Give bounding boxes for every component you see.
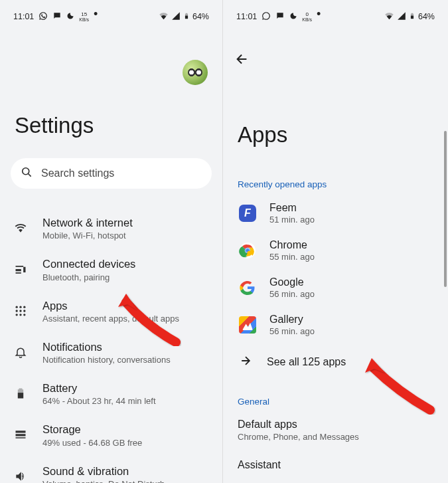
net-speed-label: 0 KB/s: [302, 12, 312, 22]
devices-icon: [12, 262, 29, 276]
app-time: 56 min. ago: [269, 326, 315, 336]
setting-title: Storage: [42, 422, 142, 436]
setting-subtitle: 64% - About 23 hr, 44 min left: [42, 396, 156, 406]
moon-icon: [66, 12, 74, 22]
chrome-app-icon: [238, 241, 258, 260]
section-recently-opened: Recently opened apps: [223, 147, 448, 195]
arrow-right-icon: [239, 354, 252, 370]
wifi-icon: [159, 11, 169, 23]
setting-item-sound[interactable]: Sound & vibration Volume, haptics, Do No…: [0, 456, 222, 483]
battery-percent: 64%: [192, 12, 209, 21]
setting-item-notifications[interactable]: Notifications Notification history, conv…: [0, 332, 222, 373]
settings-list: Network & internet Mobile, Wi-Fi, hotspo…: [0, 201, 222, 483]
moon-icon: [289, 12, 297, 22]
net-speed-label: 15 KB/s: [79, 12, 89, 22]
wifi-icon: [12, 221, 29, 235]
feem-app-icon: F: [238, 203, 258, 223]
page-title: Apps: [223, 68, 448, 147]
bell-icon: [12, 345, 29, 359]
setting-subtitle: Notification history, conversations: [42, 355, 171, 365]
app-name: Gallery: [269, 314, 315, 326]
setting-subtitle: 49% used - 64.68 GB free: [42, 438, 142, 448]
section-general: General: [223, 381, 448, 412]
svg-point-4: [16, 310, 18, 312]
app-item-gallery[interactable]: Gallery 56 min. ago: [223, 306, 448, 343]
scrollbar-indicator[interactable]: [444, 131, 447, 287]
status-right: 64%: [159, 11, 209, 23]
app-time: 51 min. ago: [269, 215, 315, 225]
app-name: Feem: [269, 202, 315, 214]
app-name: Google: [269, 276, 315, 288]
app-item-feem[interactable]: F Feem 51 min. ago: [223, 195, 448, 232]
setting-title: Battery: [42, 381, 156, 395]
google-app-icon: [238, 278, 258, 298]
battery-percent: 64%: [418, 12, 435, 21]
setting-item-network[interactable]: Network & internet Mobile, Wi-Fi, hotspo…: [0, 207, 222, 248]
general-subtitle: Chrome, Phone, and Messages: [238, 432, 448, 442]
setting-item-connected-devices[interactable]: Connected devices Bluetooth, pairing: [0, 248, 222, 290]
setting-title: Apps: [42, 298, 179, 313]
setting-subtitle: Mobile, Wi-Fi, hotspot: [42, 231, 133, 241]
setting-title: Notifications: [42, 339, 171, 354]
svg-point-6: [23, 310, 25, 312]
setting-subtitle: Assistant, recent apps, default apps: [42, 314, 179, 324]
status-right: 64%: [384, 11, 435, 23]
storage-icon: [12, 428, 29, 441]
setting-title: Sound & vibration: [42, 464, 165, 478]
app-time: 55 min. ago: [269, 252, 315, 262]
signal-icon: [171, 11, 181, 23]
whatsapp-icon: [261, 11, 271, 23]
general-title: Default apps: [238, 419, 448, 431]
search-icon: [20, 165, 33, 181]
wifi-icon: [384, 11, 394, 23]
setting-title: Connected devices: [42, 256, 135, 271]
svg-point-5: [19, 310, 21, 312]
see-all-apps-button[interactable]: See all 125 apps: [223, 343, 448, 381]
svg-point-0: [23, 168, 29, 175]
status-bar: 11:01 15 KB/s •: [0, 7, 222, 27]
svg-point-7: [16, 314, 18, 316]
setting-item-battery[interactable]: Battery 64% - About 23 hr, 44 min left: [0, 373, 222, 414]
message-icon: [52, 11, 62, 23]
battery-icon: [12, 387, 29, 400]
recent-apps-list: F Feem 51 min. ago Chrome 55 min. ago Go…: [223, 195, 448, 381]
svg-point-9: [23, 314, 25, 316]
setting-item-storage[interactable]: Storage 49% used - 64.68 GB free: [0, 414, 222, 455]
svg-point-8: [19, 314, 21, 316]
back-button[interactable]: [235, 52, 251, 68]
search-settings-input[interactable]: Search settings: [11, 158, 212, 189]
svg-point-1: [16, 306, 18, 308]
app-name: Chrome: [269, 239, 315, 251]
message-icon: [275, 11, 285, 23]
status-bar: 11:01 0 KB/s •: [223, 7, 448, 27]
battery-icon: [183, 11, 190, 23]
svg-point-2: [19, 306, 21, 308]
general-item-assistant[interactable]: Assistant: [223, 447, 448, 476]
setting-subtitle: Volume, haptics, Do Not Disturb: [42, 479, 165, 483]
whatsapp-icon: [38, 11, 48, 23]
apps-grid-icon: [12, 304, 29, 318]
setting-title: Network & internet: [42, 215, 133, 230]
status-time: 11:01: [13, 12, 34, 21]
setting-subtitle: Bluetooth, pairing: [42, 272, 135, 282]
battery-icon: [409, 11, 415, 23]
status-time: 11:01: [236, 12, 257, 21]
general-title: Assistant: [238, 459, 448, 471]
general-item-default-apps[interactable]: Default apps Chrome, Phone, and Messages: [223, 412, 448, 447]
signal-icon: [397, 11, 406, 23]
settings-screen: 11:01 15 KB/s •: [0, 0, 223, 483]
app-time: 56 min. ago: [269, 289, 315, 299]
profile-avatar[interactable]: [183, 60, 208, 85]
svg-point-3: [23, 306, 25, 308]
see-all-label: See all 125 apps: [267, 356, 346, 368]
app-item-google[interactable]: Google 56 min. ago: [223, 269, 448, 306]
status-left: 11:01 0 KB/s •: [236, 11, 321, 23]
setting-item-apps[interactable]: Apps Assistant, recent apps, default app…: [0, 290, 222, 332]
apps-screen: 11:01 0 KB/s •: [223, 0, 448, 483]
gallery-app-icon: [238, 315, 258, 335]
volume-icon: [12, 470, 29, 483]
status-left: 11:01 15 KB/s •: [13, 11, 98, 23]
app-item-chrome[interactable]: Chrome 55 min. ago: [223, 232, 448, 269]
search-placeholder: Search settings: [41, 167, 114, 179]
